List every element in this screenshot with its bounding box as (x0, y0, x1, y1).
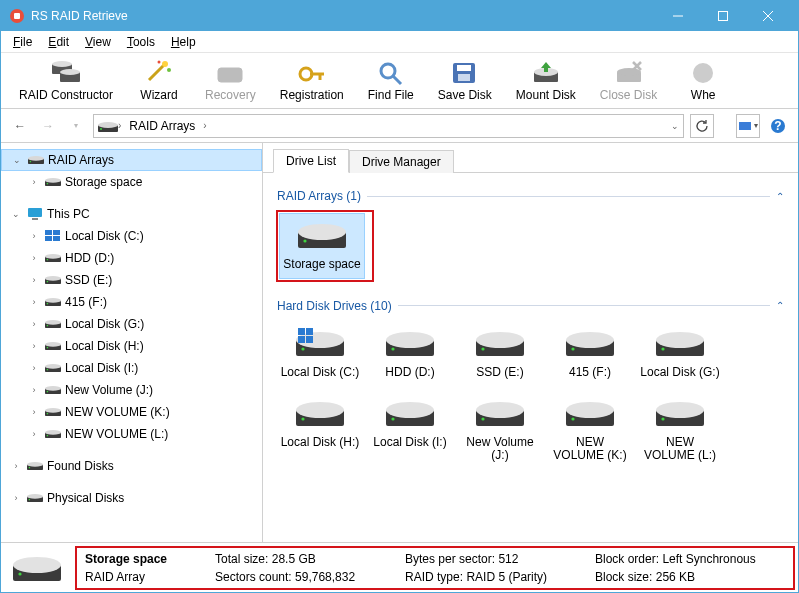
breadcrumb-item[interactable]: RAID Arrays (125, 117, 199, 135)
expand-icon[interactable]: › (27, 231, 41, 241)
toolbar-wizard[interactable]: Wizard (125, 58, 193, 104)
tree-hdd-d-[interactable]: ›HDD (D:) (1, 247, 262, 269)
refresh-button[interactable] (690, 114, 714, 138)
expand-icon[interactable]: › (27, 253, 41, 263)
toolbar-find-file[interactable]: Find File (356, 58, 426, 104)
svg-point-112 (476, 402, 524, 418)
svg-rect-24 (458, 74, 470, 81)
expand-icon[interactable]: › (9, 461, 23, 471)
tree-local-disk-i-[interactable]: ›Local Disk (I:) (1, 357, 262, 379)
toolbar-close-disk: Close Disk (588, 58, 669, 104)
drive-label: Local Disk (H:) (281, 436, 360, 450)
tree-415-f-[interactable]: ›415 (F:) (1, 291, 262, 313)
collapse-icon[interactable]: ⌄ (9, 209, 23, 219)
minimize-button[interactable] (655, 1, 700, 31)
nav-back[interactable]: ← (9, 115, 31, 137)
drive-icon (45, 404, 61, 420)
expand-icon[interactable]: › (27, 407, 41, 417)
svg-point-20 (381, 64, 395, 78)
nav-forward[interactable]: → (37, 115, 59, 137)
breadcrumb[interactable]: › RAID Arrays › ⌄ (93, 114, 684, 138)
group-hdd: Hard Disk Drives (10) ⌃ (277, 299, 784, 313)
svg-point-64 (47, 347, 49, 349)
tree-local-disk-h-[interactable]: ›Local Disk (H:) (1, 335, 262, 357)
tree-new-volume-l-[interactable]: ›NEW VOLUME (L:) (1, 423, 262, 445)
svg-point-79 (29, 467, 31, 469)
expand-icon[interactable]: › (27, 341, 41, 351)
toolbar-whe[interactable]: Whe (669, 58, 737, 104)
drive-new-volume-k-[interactable]: NEW VOLUME (K:) (547, 391, 633, 471)
menu-tools[interactable]: Tools (119, 33, 163, 51)
drive-icon (476, 328, 524, 360)
sidebar-tree: ⌄ RAID Arrays › Storage space ⌄ This PC … (1, 143, 263, 542)
tree-label: NEW VOLUME (K:) (65, 405, 170, 419)
status-type: RAID Array (85, 570, 145, 584)
collapse-icon[interactable]: ⌄ (10, 155, 24, 165)
expand-icon[interactable]: › (27, 297, 41, 307)
menu-edit[interactable]: Edit (40, 33, 77, 51)
toolbar-save-disk[interactable]: Save Disk (426, 58, 504, 104)
menu-view[interactable]: View (77, 33, 119, 51)
menu-help[interactable]: Help (163, 33, 204, 51)
svg-rect-1 (14, 13, 20, 19)
expand-icon[interactable]: › (27, 429, 41, 439)
svg-point-40 (30, 161, 32, 163)
expand-icon[interactable]: › (27, 363, 41, 373)
collapse-group-icon[interactable]: ⌃ (776, 300, 784, 311)
close-button[interactable] (745, 1, 790, 31)
drive-local-disk-c-[interactable]: Local Disk (C:) (277, 321, 363, 387)
drive-local-disk-i-[interactable]: Local Disk (I:) (367, 391, 453, 471)
expand-icon[interactable]: › (27, 385, 41, 395)
svg-rect-3 (718, 12, 727, 21)
tree-new-volume-k-[interactable]: ›NEW VOLUME (K:) (1, 401, 262, 423)
tree-raid-arrays[interactable]: ⌄ RAID Arrays (1, 149, 262, 171)
tree-storage-space[interactable]: › Storage space (1, 171, 262, 193)
drive-label: NEW VOLUME (L:) (640, 436, 720, 464)
drive-storage-space[interactable]: Storage space (279, 213, 365, 279)
drive-415-f-[interactable]: 415 (F:) (547, 321, 633, 387)
tree-found-disks[interactable]: › Found Disks (1, 455, 262, 477)
expand-icon[interactable]: › (9, 493, 23, 503)
svg-point-76 (47, 435, 49, 437)
drive-hdd-d-[interactable]: HDD (D:) (367, 321, 453, 387)
svg-point-113 (481, 417, 484, 420)
tree-new-volume-j-[interactable]: ›New Volume (J:) (1, 379, 262, 401)
maximize-button[interactable] (700, 1, 745, 31)
chevron-right-icon: › (203, 120, 206, 131)
tab-drive-list[interactable]: Drive List (273, 149, 349, 173)
chevron-down-icon[interactable]: ⌄ (671, 121, 679, 131)
drive-icon (45, 426, 61, 442)
toolbar-registration[interactable]: Registration (268, 58, 356, 104)
tab-drive-manager[interactable]: Drive Manager (349, 150, 454, 173)
tree-this-pc[interactable]: ⌄ This PC (1, 203, 262, 225)
drive-icon (45, 250, 61, 266)
drive-local-disk-g-[interactable]: Local Disk (G:) (637, 321, 723, 387)
expand-icon[interactable]: › (27, 177, 41, 187)
tree-ssd-e-[interactable]: ›SSD (E:) (1, 269, 262, 291)
window-title: RS RAID Retrieve (31, 9, 655, 23)
drive-local-disk-h-[interactable]: Local Disk (H:) (277, 391, 363, 471)
svg-point-60 (45, 320, 61, 325)
status-name: Storage space (85, 552, 167, 566)
nav-history-dropdown[interactable]: ▾ (65, 115, 87, 137)
toolbar-raid-constructor[interactable]: RAID Constructor (7, 58, 125, 104)
tree-label: NEW VOLUME (L:) (65, 427, 168, 441)
expand-icon[interactable]: › (27, 275, 41, 285)
tree-local-disk-c-[interactable]: ›Local Disk (C:) (1, 225, 262, 247)
tree-local-disk-g-[interactable]: ›Local Disk (G:) (1, 313, 262, 335)
tree-physical-disks[interactable]: › Physical Disks (1, 487, 262, 509)
drive-new-volume-l-[interactable]: NEW VOLUME (L:) (637, 391, 723, 471)
svg-line-21 (393, 76, 401, 84)
drive-new-volume-j-[interactable]: New Volume (J:) (457, 391, 543, 471)
svg-point-63 (45, 342, 61, 347)
view-options-button[interactable]: ▾ (736, 114, 760, 138)
aid-icon (214, 60, 246, 86)
help-button[interactable]: ? (766, 114, 790, 138)
svg-rect-90 (306, 328, 313, 335)
expand-icon[interactable]: › (27, 319, 41, 329)
svg-point-118 (656, 402, 704, 418)
drive-ssd-e-[interactable]: SSD (E:) (457, 321, 543, 387)
toolbar-mount-disk[interactable]: Mount Disk (504, 58, 588, 104)
collapse-group-icon[interactable]: ⌃ (776, 191, 784, 202)
menu-file[interactable]: File (5, 33, 40, 51)
